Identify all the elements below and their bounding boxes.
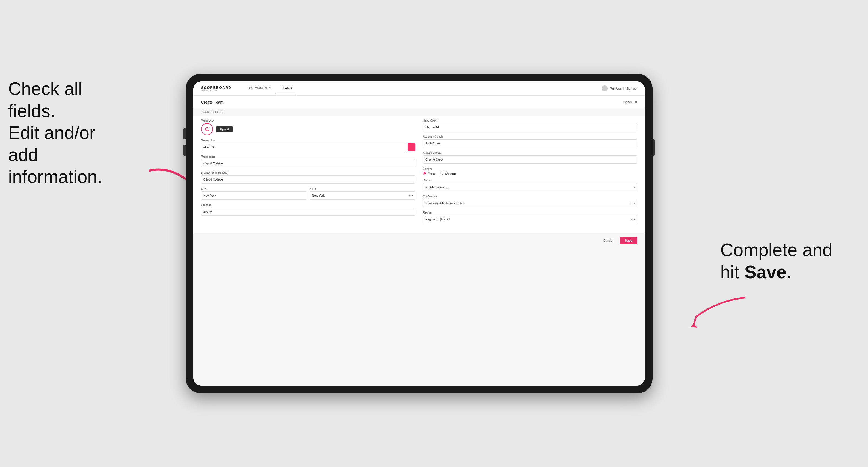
close-icon: ✕: [630, 202, 633, 205]
team-name-input[interactable]: [201, 159, 415, 167]
user-label: Test User |: [610, 87, 624, 90]
close-icon: ✕: [634, 100, 637, 104]
state-select-wrapper[interactable]: New York ✕ ▾: [310, 191, 415, 199]
conference-value: University Athletic Association: [425, 201, 630, 205]
division-label: Division: [423, 179, 637, 182]
gender-radio-group: Mens Womens: [423, 172, 637, 175]
state-label: State: [310, 187, 415, 190]
gender-mens-radio[interactable]: [423, 172, 427, 175]
city-state-row: City State New York ✕ ▾: [201, 187, 415, 199]
instruction-line1: Check all fields.: [8, 79, 82, 121]
display-name-label: Display name (unique): [201, 171, 415, 174]
gender-label: Gender: [423, 167, 637, 170]
conference-label: Conference: [423, 195, 637, 198]
svg-marker-1: [690, 323, 698, 328]
division-field: Division NCAA Division III ▾: [423, 179, 637, 191]
logo-upload-area: C Upload: [201, 123, 415, 135]
instruction-line2: Edit and/or add: [8, 123, 95, 165]
form-body: Team logo C Upload Team colour: [193, 116, 645, 233]
state-field: State New York ✕ ▾: [310, 187, 415, 199]
chevron-down-icon: ▾: [634, 202, 635, 205]
nav-right: Test User | Sign out: [601, 86, 637, 92]
division-select[interactable]: NCAA Division III ▾: [423, 183, 637, 191]
cancel-label: Cancel: [623, 100, 633, 104]
team-name-label: Team name: [201, 155, 415, 158]
conference-field: Conference University Athletic Associati…: [423, 195, 637, 207]
assistant-coach-label: Assistant Coach: [423, 135, 637, 138]
zip-input[interactable]: [201, 208, 415, 216]
content-area: Create Team Cancel ✕ TEAM DETAILS Team l…: [193, 96, 645, 385]
upload-button[interactable]: Upload: [216, 126, 232, 132]
team-name-field: Team name: [201, 155, 415, 167]
color-swatch: [408, 144, 415, 151]
instruction-right-line2: hit Save.: [720, 262, 792, 282]
section-label-team-details: TEAM DETAILS: [193, 108, 645, 116]
gender-womens-option[interactable]: Womens: [440, 172, 456, 175]
tablet-device: SCOREBOARD Powered by clippd TOURNAMENTS…: [186, 74, 653, 393]
form-left-column: Team logo C Upload Team colour: [201, 119, 415, 227]
instruction-right: Complete and hit Save.: [720, 239, 833, 283]
tablet-button-power: [653, 139, 655, 156]
arrow-right: [674, 295, 745, 331]
navbar: SCOREBOARD Powered by clippd TOURNAMENTS…: [193, 82, 645, 96]
chevron-down-icon: ▾: [634, 186, 635, 188]
form-footer: Cancel Save: [193, 233, 645, 248]
logo-sub: Powered by clippd: [201, 89, 231, 91]
tab-teams[interactable]: TEAMS: [276, 83, 297, 94]
gender-mens-option[interactable]: Mens: [423, 172, 435, 175]
instruction-bold-save: Save: [744, 262, 786, 282]
division-value: NCAA Division III: [425, 185, 634, 189]
assistant-coach-field: Assistant Coach: [423, 135, 637, 148]
zip-label: Zip code: [201, 204, 415, 207]
assistant-coach-input[interactable]: [423, 139, 637, 148]
display-name-input[interactable]: [201, 175, 415, 184]
conference-select[interactable]: University Athletic Association ✕ ▾: [423, 199, 637, 207]
athletic-director-label: Athletic Director: [423, 151, 637, 154]
tablet-button-volume-up: [184, 128, 186, 139]
tab-tournaments[interactable]: TOURNAMENTS: [242, 83, 276, 94]
team-logo-label: Team logo: [201, 119, 415, 122]
head-coach-label: Head Coach: [423, 119, 637, 122]
city-input[interactable]: [201, 191, 307, 199]
display-name-field: Display name (unique): [201, 171, 415, 184]
state-value: New York: [312, 194, 409, 197]
chevron-down-icon: ▾: [412, 194, 413, 197]
logo-circle: C: [201, 123, 213, 135]
save-button[interactable]: Save: [620, 237, 637, 244]
app-logo: SCOREBOARD Powered by clippd: [201, 86, 231, 91]
user-avatar: [601, 86, 608, 92]
instruction-line3: information.: [8, 166, 102, 187]
zip-code-field: Zip code: [201, 204, 415, 216]
create-team-title: Create Team: [201, 100, 224, 104]
cancel-button[interactable]: Cancel: [600, 237, 617, 244]
head-coach-input[interactable]: [423, 123, 637, 131]
cancel-header-button[interactable]: Cancel ✕: [623, 100, 637, 104]
color-field-row: [201, 143, 415, 151]
nav-tabs: TOURNAMENTS TEAMS: [242, 83, 297, 94]
athletic-director-field: Athletic Director: [423, 151, 637, 164]
instruction-right-line1: Complete and: [720, 240, 833, 260]
tablet-screen: SCOREBOARD Powered by clippd TOURNAMENTS…: [193, 82, 645, 385]
region-value: Region II - (M) DIII: [425, 218, 630, 221]
create-team-header: Create Team Cancel ✕: [193, 96, 645, 107]
signout-link[interactable]: Sign out: [626, 87, 637, 90]
city-field: City: [201, 187, 307, 199]
team-logo-field: Team logo C Upload: [201, 119, 415, 135]
region-label: Region: [423, 211, 637, 214]
athletic-director-input[interactable]: [423, 155, 637, 164]
gender-mens-label: Mens: [428, 172, 435, 175]
team-colour-label: Team colour: [201, 139, 415, 142]
head-coach-field: Head Coach: [423, 119, 637, 131]
gender-womens-radio[interactable]: [440, 172, 443, 175]
logo-letter: C: [205, 126, 209, 132]
close-icon: ✕: [630, 218, 633, 221]
instruction-left: Check all fields. Edit and/or add inform…: [8, 78, 123, 188]
region-field: Region Region II - (M) DIII ✕ ▾: [423, 211, 637, 223]
form-right-column: Head Coach Assistant Coach Athletic Dire…: [423, 119, 637, 227]
close-icon: ✕: [408, 194, 411, 197]
city-label: City: [201, 187, 307, 190]
tablet-button-volume-down: [184, 145, 186, 156]
team-colour-field: Team colour: [201, 139, 415, 151]
team-colour-input[interactable]: [201, 143, 406, 151]
region-select[interactable]: Region II - (M) DIII ✕ ▾: [423, 215, 637, 223]
